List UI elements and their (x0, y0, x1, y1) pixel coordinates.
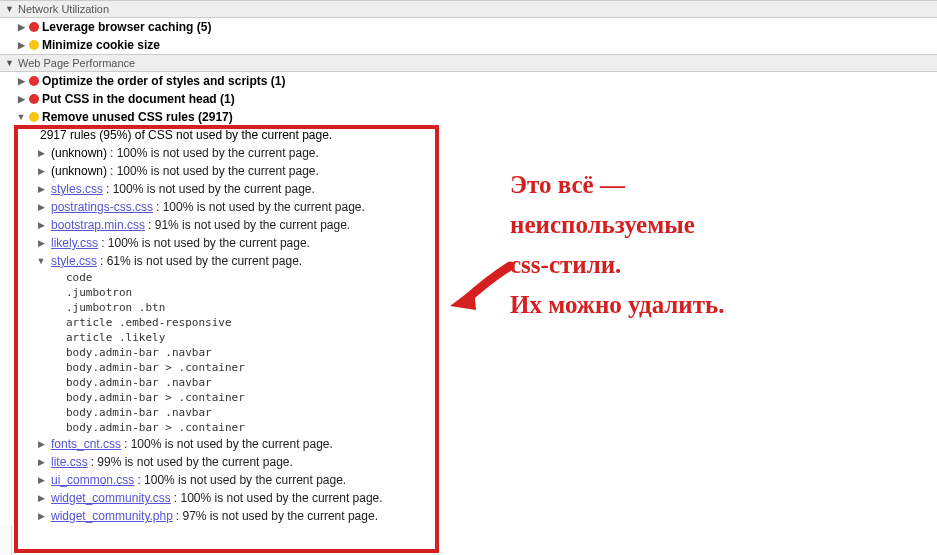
file-stat: : 100% is not used by the current page. (156, 199, 365, 215)
section-title: Network Utilization (18, 3, 109, 15)
chevron-down-icon: ▼ (5, 58, 14, 68)
chevron-right-icon (36, 181, 46, 197)
section-header-network[interactable]: ▼ Network Utilization (0, 0, 937, 18)
annotation-line: неиспользуемые (510, 205, 930, 245)
chevron-down-icon: ▼ (5, 4, 14, 14)
css-rule: body.admin-bar .navbar (66, 375, 937, 390)
file-link[interactable]: likely.css (51, 235, 98, 251)
file-link[interactable]: postratings-css.css (51, 199, 153, 215)
audit-item[interactable]: Leverage browser caching (5) (0, 18, 937, 36)
css-rule: body.admin-bar > .container (66, 420, 937, 435)
chevron-right-icon (36, 217, 46, 233)
css-rule: body.admin-bar .navbar (66, 405, 937, 420)
chevron-right-icon (36, 454, 46, 470)
css-rule: body.admin-bar .navbar (66, 345, 937, 360)
audit-item[interactable]: Minimize cookie size (0, 36, 937, 54)
chevron-right-icon (36, 145, 46, 161)
file-link[interactable]: widget_community.css (51, 490, 171, 506)
chevron-right-icon (36, 472, 46, 488)
css-rule: body.admin-bar > .container (66, 360, 937, 375)
file-stat: : 100% is not used by the current page. (137, 472, 346, 488)
severity-dot-red (29, 22, 39, 32)
audit-item[interactable]: Optimize the order of styles and scripts… (0, 72, 937, 90)
file-row[interactable]: widget_community.css: 100% is not used b… (0, 489, 937, 507)
chevron-right-icon (16, 73, 26, 89)
file-row[interactable]: ui_common.css: 100% is not used by the c… (0, 471, 937, 489)
audit-item-label: Put CSS in the document head (1) (42, 91, 235, 107)
audit-item[interactable]: Put CSS in the document head (1) (0, 90, 937, 108)
annotation-text: Это всё — неиспользуемые css-стили. Их м… (510, 165, 930, 325)
file-stat: : 100% is not used by the current page. (174, 490, 383, 506)
file-link[interactable]: style.css (51, 253, 97, 269)
file-stat: : 100% is not used by the current page. (101, 235, 310, 251)
chevron-down-icon (16, 109, 26, 125)
file-stat: : 100% is not used by the current page. (124, 436, 333, 452)
audit-item-label: Optimize the order of styles and scripts… (42, 73, 285, 89)
audit-item-label: Remove unused CSS rules (2917) (42, 109, 233, 125)
chevron-right-icon (16, 37, 26, 53)
file-stat: : 91% is not used by the current page. (148, 217, 350, 233)
chevron-right-icon (36, 199, 46, 215)
css-rule: body.admin-bar > .container (66, 390, 937, 405)
chevron-right-icon (16, 91, 26, 107)
file-link[interactable]: bootstrap.min.css (51, 217, 145, 233)
severity-dot-yellow (29, 112, 39, 122)
annotation-line: css-стили. (510, 245, 930, 285)
file-stat: : 61% is not used by the current page. (100, 253, 302, 269)
file-row[interactable]: (unknown): 100% is not used by the curre… (0, 144, 937, 162)
file-row[interactable]: fonts_cnt.css: 100% is not used by the c… (0, 435, 937, 453)
file-link[interactable]: ui_common.css (51, 472, 134, 488)
summary-text: 2917 rules (95%) of CSS not used by the … (40, 127, 332, 143)
severity-dot-red (29, 76, 39, 86)
audit-item-label: Leverage browser caching (5) (42, 19, 211, 35)
chevron-down-icon (36, 253, 46, 269)
audit-item-unused-css[interactable]: Remove unused CSS rules (2917) (0, 108, 937, 126)
section-header-webpage[interactable]: ▼ Web Page Performance (0, 54, 937, 72)
file-row[interactable]: widget_community.php: 97% is not used by… (0, 507, 937, 525)
file-stat: : 100% is not used by the current page. (106, 181, 315, 197)
file-stat: : 100% is not used by the current page. (110, 163, 319, 179)
annotation-line: Это всё — (510, 165, 930, 205)
chevron-right-icon (36, 490, 46, 506)
file-link[interactable]: styles.css (51, 181, 103, 197)
file-name: (unknown) (51, 145, 107, 161)
section-title: Web Page Performance (18, 57, 135, 69)
file-name: (unknown) (51, 163, 107, 179)
chevron-right-icon (16, 19, 26, 35)
chevron-right-icon (36, 436, 46, 452)
audit-item-label: Minimize cookie size (42, 37, 160, 53)
file-stat: : 97% is not used by the current page. (176, 508, 378, 524)
chevron-right-icon (36, 508, 46, 524)
severity-dot-red (29, 94, 39, 104)
file-stat: : 100% is not used by the current page. (110, 145, 319, 161)
file-link[interactable]: widget_community.php (51, 508, 173, 524)
file-link[interactable]: lite.css (51, 454, 88, 470)
chevron-right-icon (36, 235, 46, 251)
file-stat: : 99% is not used by the current page. (91, 454, 293, 470)
chevron-right-icon (36, 163, 46, 179)
annotation-line: Их можно удалить. (510, 285, 930, 325)
severity-dot-yellow (29, 40, 39, 50)
css-rule: article .likely (66, 330, 937, 345)
file-row[interactable]: lite.css: 99% is not used by the current… (0, 453, 937, 471)
audit-summary: 2917 rules (95%) of CSS not used by the … (0, 126, 937, 144)
file-link[interactable]: fonts_cnt.css (51, 436, 121, 452)
